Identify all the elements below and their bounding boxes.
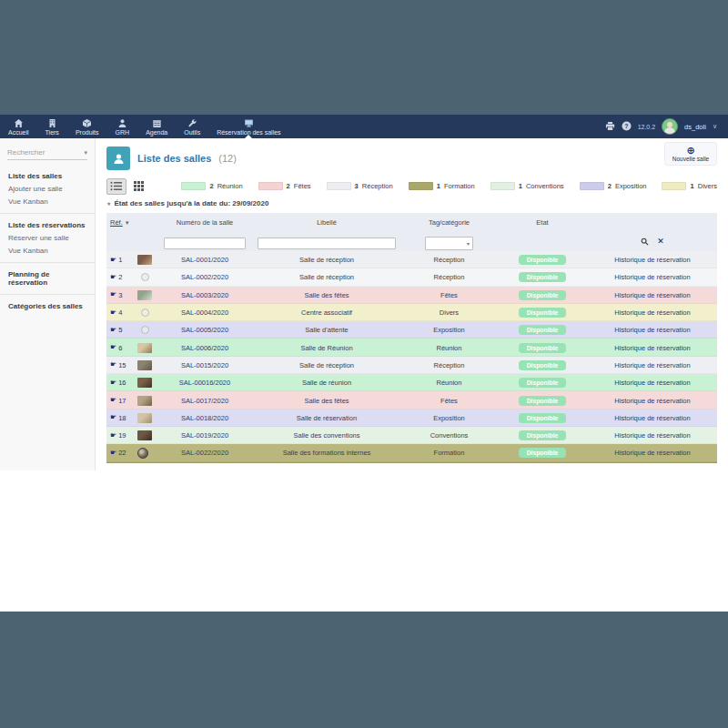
- reservation-history-link[interactable]: Historique de réservation: [614, 308, 690, 317]
- search-filter-icon[interactable]: [641, 233, 649, 249]
- room-photo-thumbnail[interactable]: [137, 290, 152, 300]
- username-label[interactable]: ds_doli: [684, 123, 706, 131]
- sidebar-item-liste-des-salles[interactable]: Liste des salles: [0, 169, 95, 182]
- sidebar-item-ajouter-une-salle[interactable]: Ajouter une salle: [0, 182, 95, 195]
- nav-item-produits[interactable]: Produits: [67, 115, 107, 138]
- room-photo-thumbnail[interactable]: [137, 255, 152, 265]
- room-number-link[interactable]: SAL-0003/2020: [181, 291, 228, 299]
- legend-count: 2: [287, 182, 290, 190]
- filter-tag-select[interactable]: ▾: [425, 237, 473, 250]
- ref-link[interactable]: ☛6: [110, 344, 137, 352]
- legend-swatch: [580, 182, 604, 190]
- room-photo-thumbnail[interactable]: [137, 378, 152, 388]
- user-menu-caret-icon[interactable]: ∨: [713, 123, 717, 130]
- legend-label: Divers: [696, 182, 717, 190]
- sidebar-item-vue-kanban[interactable]: Vue Kanban: [0, 195, 95, 207]
- cell-photo: [137, 308, 157, 317]
- list-view-icon[interactable]: [106, 178, 126, 195]
- sidebar-item-liste-des-reservations[interactable]: Liste des réservations: [0, 218, 95, 231]
- room-number-link[interactable]: SAL-0015/2020: [181, 361, 228, 369]
- room-number-link[interactable]: SAL-0002/2020: [181, 273, 228, 281]
- room-photo-thumbnail[interactable]: [137, 413, 152, 423]
- nav-item-reservation-des-salles[interactable]: Réservation des salles: [208, 115, 288, 138]
- ref-link[interactable]: ☛19: [110, 431, 137, 440]
- ref-link[interactable]: ☛22: [110, 449, 137, 457]
- col-tag[interactable]: Tag/catégorie: [401, 218, 497, 227]
- filter-numero-input[interactable]: [164, 238, 246, 249]
- reservation-history-link[interactable]: Historique de réservation: [614, 361, 690, 369]
- reservation-history-link[interactable]: Historique de réservation: [614, 379, 690, 387]
- room-number-link[interactable]: SAL-0006/2020: [181, 344, 228, 352]
- table-row: ☛22SAL-0022/2020Salle des formations int…: [106, 444, 717, 461]
- reservation-history-link[interactable]: Historique de réservation: [614, 344, 690, 352]
- sidebar-item-planning-de-reservation[interactable]: Planning de réservation: [0, 268, 95, 288]
- room-number-link[interactable]: SAL-00016/2020: [179, 379, 230, 387]
- room-photo-thumbnail[interactable]: [137, 396, 152, 406]
- nav-item-outils[interactable]: Outils: [176, 115, 208, 138]
- ref-link[interactable]: ☛5: [110, 326, 137, 334]
- nav-item-grh[interactable]: GRH: [107, 115, 138, 138]
- star-icon: ★: [106, 200, 111, 207]
- cell-numero: SAL-0017/2020: [157, 397, 252, 405]
- col-ref[interactable]: Réf.▼: [106, 218, 137, 227]
- cell-etat: Disponible: [497, 290, 588, 300]
- sidebar-search-input[interactable]: Rechercher ▾: [7, 148, 87, 160]
- ref-link[interactable]: ☛15: [110, 361, 137, 369]
- ref-link[interactable]: ☛2: [110, 273, 137, 281]
- ref-link[interactable]: ☛18: [110, 414, 137, 422]
- reservation-history-link[interactable]: Historique de réservation: [614, 431, 690, 440]
- hand-pointer-icon: ☛: [110, 361, 116, 369]
- printer-icon[interactable]: [605, 118, 615, 135]
- room-photo-thumbnail[interactable]: [137, 343, 152, 353]
- reservation-history-link[interactable]: Historique de réservation: [614, 291, 690, 299]
- reservation-history-link[interactable]: Historique de réservation: [614, 449, 690, 457]
- status-badge: Disponible: [519, 430, 567, 440]
- room-number-link[interactable]: SAL-0005/2020: [181, 326, 228, 334]
- cell-ref: ☛4: [106, 308, 137, 317]
- room-number-link[interactable]: SAL-0001/2020: [181, 256, 228, 264]
- globe-thumbnail[interactable]: [137, 448, 148, 459]
- search-caret-icon: ▾: [84, 149, 87, 157]
- reservation-history-link[interactable]: Historique de réservation: [614, 256, 690, 264]
- select-caret-icon: ▾: [467, 240, 470, 247]
- col-numero[interactable]: Numéro de la salle: [157, 218, 252, 227]
- cell-etat: Disponible: [497, 325, 588, 335]
- user-avatar[interactable]: [662, 118, 678, 135]
- cell-numero: SAL-0022/2020: [157, 449, 252, 457]
- nav-item-tiers[interactable]: Tiers: [37, 115, 67, 138]
- ref-link[interactable]: ☛3: [110, 291, 137, 299]
- table-row: ☛1SAL-0001/2020Salle de réceptionRécepti…: [106, 251, 717, 268]
- nav-item-label: Outils: [184, 129, 200, 136]
- help-icon[interactable]: ?: [622, 118, 632, 135]
- col-etat[interactable]: Etat: [497, 218, 588, 227]
- room-number-link[interactable]: SAL-0018/2020: [181, 414, 228, 422]
- ref-link[interactable]: ☛17: [110, 397, 137, 405]
- new-room-button[interactable]: ⊕ Nouvelle salle: [664, 142, 717, 166]
- nav-item-agenda[interactable]: Agenda: [137, 115, 176, 138]
- hand-pointer-icon: ☛: [110, 309, 116, 317]
- ref-link[interactable]: ☛16: [110, 379, 137, 387]
- reservation-history-link[interactable]: Historique de réservation: [614, 326, 690, 334]
- room-number-link[interactable]: SAL-0004/2020: [181, 308, 228, 317]
- sidebar-item-categories-des-salles[interactable]: Catégories des salles: [0, 299, 95, 312]
- room-photo-thumbnail[interactable]: [137, 360, 152, 370]
- sidebar-item-vue-kanban[interactable]: Vue Kanban: [0, 244, 95, 257]
- reservation-history-link[interactable]: Historique de réservation: [614, 273, 690, 281]
- room-number-link[interactable]: SAL-0019/2020: [181, 431, 228, 440]
- nav-item-accueil[interactable]: Accueil: [0, 115, 37, 138]
- room-photo-thumbnail[interactable]: [137, 430, 152, 440]
- ref-number: 22: [118, 449, 126, 457]
- room-number-link[interactable]: SAL-0017/2020: [181, 397, 228, 405]
- ref-link[interactable]: ☛1: [110, 256, 137, 264]
- sidebar-item-reserver-une-salle[interactable]: Réserver une salle: [0, 231, 95, 244]
- grid-view-icon[interactable]: [131, 179, 146, 194]
- col-libelle[interactable]: Libellé: [252, 218, 401, 227]
- clear-filter-icon[interactable]: ✕: [657, 238, 664, 246]
- reservation-history-link[interactable]: Historique de réservation: [614, 397, 690, 405]
- filter-libelle-input[interactable]: [258, 238, 396, 249]
- ref-number: 16: [118, 379, 126, 387]
- ref-link[interactable]: ☛4: [110, 308, 137, 317]
- reservation-history-link[interactable]: Historique de réservation: [614, 414, 690, 422]
- room-number-link[interactable]: SAL-0022/2020: [181, 449, 228, 457]
- legend-count: 2: [209, 182, 213, 190]
